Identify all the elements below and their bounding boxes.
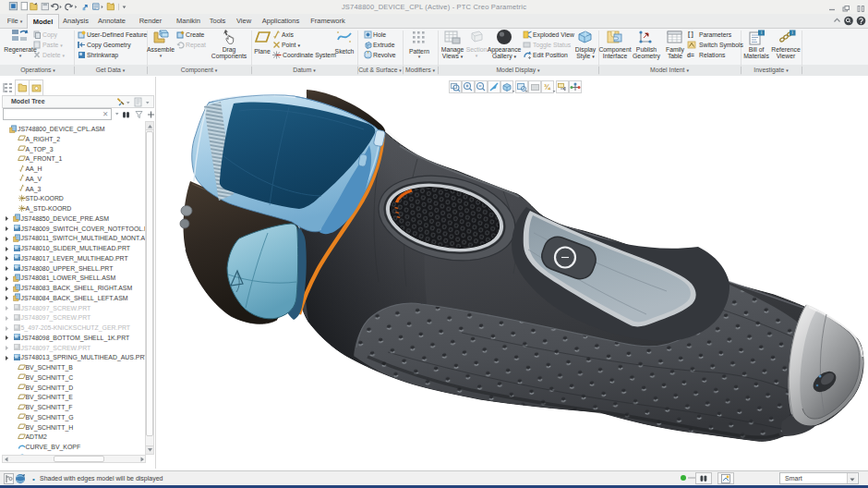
svg-text:i: i (761, 30, 762, 35)
svg-text:i: i (792, 30, 793, 35)
